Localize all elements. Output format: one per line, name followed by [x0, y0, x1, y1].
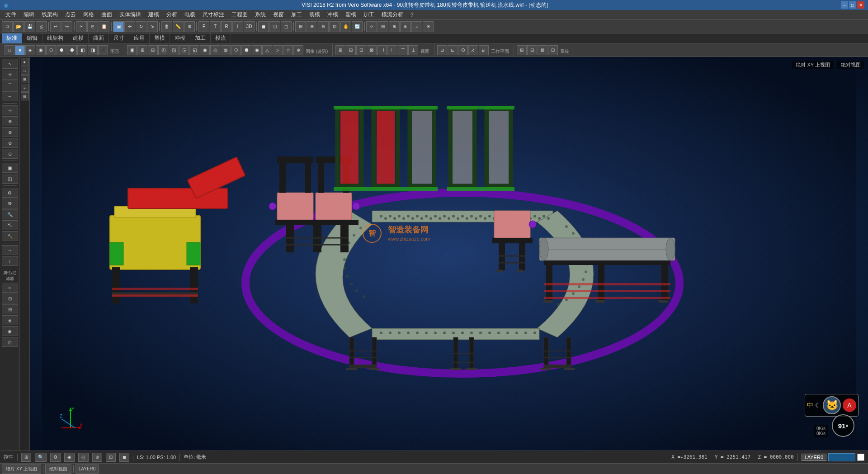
menu-engineering[interactable]: 工程图: [228, 10, 251, 19]
tb-origin[interactable]: ⊕: [389, 21, 400, 32]
tb2-img6[interactable]: ◲: [179, 45, 189, 55]
ltb-wire[interactable]: ⌒: [2, 81, 18, 90]
btb-7[interactable]: ⊡: [106, 453, 116, 462]
tb2-sys4[interactable]: ⊡: [548, 45, 558, 55]
menu-help[interactable]: ?: [407, 11, 417, 19]
tb2-img5[interactable]: ◳: [169, 45, 179, 55]
tb2-img2[interactable]: ⊞: [137, 45, 147, 55]
tb-cut[interactable]: ✂: [76, 21, 87, 32]
ltb-select2[interactable]: ✛: [2, 70, 18, 80]
btb-4[interactable]: ◉: [64, 453, 75, 462]
tb-properties[interactable]: ⚙: [184, 21, 195, 32]
btb-6[interactable]: ⊕: [92, 453, 102, 462]
btb-view-abs[interactable]: 绝对 XY 上视图: [2, 465, 41, 474]
menu-dimension[interactable]: 尺寸标注: [199, 10, 228, 19]
tb-open[interactable]: 📂: [13, 21, 24, 32]
tb-zoom-all[interactable]: ⊞: [295, 21, 306, 32]
tab-standard[interactable]: 标准: [2, 33, 22, 43]
tb2-view2[interactable]: ⊟: [346, 45, 356, 55]
prop-btn5[interactable]: ⊟: [21, 92, 29, 100]
btb-3[interactable]: ⚙: [50, 453, 61, 462]
tb2-cube3[interactable]: ⬣: [67, 45, 77, 55]
ltb-tool4[interactable]: ⛏: [2, 220, 18, 230]
tb-zoom-in[interactable]: ⊕: [307, 21, 317, 32]
tb2-img1[interactable]: ▣: [127, 45, 137, 55]
tb-rotate[interactable]: ↻: [136, 21, 146, 32]
tb-select[interactable]: ▣: [113, 21, 124, 32]
tab-edit[interactable]: 编辑: [22, 33, 42, 43]
tb2-wp2[interactable]: ⊾: [448, 45, 458, 55]
ltb-snap3[interactable]: ⊗: [2, 127, 18, 137]
tb-zoom-out[interactable]: ⊖: [318, 21, 329, 32]
tb2-view3[interactable]: ⊡: [356, 45, 366, 55]
menu-cam[interactable]: 加工: [360, 10, 378, 19]
menu-view[interactable]: 视窗: [269, 10, 288, 19]
tb-pan[interactable]: ✋: [340, 21, 351, 32]
tb2-view6[interactable]: ⊢: [387, 45, 397, 55]
tb-orbit[interactable]: 🔄: [352, 21, 363, 32]
tb2-cube4[interactable]: ◧: [77, 45, 87, 55]
tb2-img14[interactable]: △: [262, 45, 272, 55]
minimize-button[interactable]: ─: [841, 1, 848, 9]
tb-view-3d[interactable]: 3D: [244, 21, 255, 32]
menu-moldbase[interactable]: 装模: [306, 10, 324, 19]
ltb-view1[interactable]: ▣: [2, 163, 18, 173]
tb2-wp4[interactable]: ⌭: [468, 45, 478, 55]
menu-file[interactable]: 文件: [2, 10, 20, 19]
tb2-img8[interactable]: ◉: [200, 45, 210, 55]
ltb-tool3[interactable]: 🔧: [2, 209, 18, 219]
menu-electrode[interactable]: 电极: [181, 10, 199, 19]
tb2-img3[interactable]: ⊟: [148, 45, 158, 55]
tb-wireframe[interactable]: ⬡: [269, 21, 280, 32]
tab-modeling[interactable]: 建模: [68, 33, 89, 43]
tab-dimension[interactable]: 尺寸: [109, 33, 129, 43]
tb-redo[interactable]: ↪: [61, 21, 72, 32]
tb-scale[interactable]: ⇲: [147, 21, 158, 32]
menu-solidediting[interactable]: 实体编辑: [116, 10, 145, 19]
tb2-view5[interactable]: ⊣: [377, 45, 387, 55]
ltb-tool1[interactable]: ⚙: [2, 188, 18, 198]
tb2-sys1[interactable]: ⊞: [517, 45, 527, 55]
menu-mesh[interactable]: 网格: [80, 10, 98, 19]
tb2-wp1[interactable]: ⊿: [437, 45, 447, 55]
ltb-tool2[interactable]: ⚒: [2, 199, 18, 209]
tb-shading[interactable]: ◼: [258, 21, 269, 32]
btb-layer-btn[interactable]: LAYER0: [75, 465, 99, 474]
tb-delete[interactable]: 🗑: [161, 21, 172, 32]
tb2-view8[interactable]: ⊥: [408, 45, 418, 55]
ltb-snap5[interactable]: ⊙: [2, 149, 18, 159]
tb-undo[interactable]: ↩: [50, 21, 61, 32]
tb-view-top[interactable]: T: [210, 21, 221, 32]
tb-zoom-box[interactable]: ⊡: [329, 21, 340, 32]
ltb-view2[interactable]: ◫: [2, 174, 18, 184]
tb2-view1[interactable]: ⊞: [335, 45, 345, 55]
tb2-cube2[interactable]: ⬢: [57, 45, 66, 55]
tb-layer[interactable]: ≡: [400, 21, 411, 32]
prop-btn3[interactable]: ⊞: [21, 75, 29, 83]
tb2-filter2[interactable]: ◉: [36, 45, 46, 55]
tb2-sys3[interactable]: ⊠: [538, 45, 547, 55]
tb2-wp3[interactable]: ⌬: [458, 45, 468, 55]
tb-view-right[interactable]: R: [221, 21, 232, 32]
tb2-img7[interactable]: ◱: [189, 45, 199, 55]
tb2-cube1[interactable]: ⬡: [46, 45, 56, 55]
ltb-select[interactable]: ↖: [2, 59, 18, 69]
tb-filter[interactable]: ⊿: [411, 21, 422, 32]
tb2-img9[interactable]: ◎: [210, 45, 220, 55]
tab-machining[interactable]: 加工: [190, 33, 211, 43]
prop-btn2[interactable]: □: [21, 66, 29, 75]
tab-apply[interactable]: 应用: [129, 33, 150, 43]
tb2-img4[interactable]: ◰: [158, 45, 168, 55]
tb-copy[interactable]: ⎘: [87, 21, 98, 32]
tb-view-front[interactable]: F: [198, 21, 209, 32]
tb2-select-all[interactable]: ■: [15, 45, 25, 55]
tb2-img12[interactable]: ⬣: [241, 45, 251, 55]
ltb-layer4[interactable]: ◈: [2, 315, 18, 325]
tb-paste[interactable]: 📋: [99, 21, 109, 32]
prop-btn4[interactable]: ≡: [21, 84, 29, 92]
tb2-img10[interactable]: ◍: [221, 45, 231, 55]
menu-analysis[interactable]: 分析: [163, 10, 181, 19]
menu-moldflow[interactable]: 模流分析: [378, 10, 407, 19]
menu-edit[interactable]: 编辑: [20, 10, 38, 19]
ltb-dim2[interactable]: ↕: [2, 256, 18, 266]
